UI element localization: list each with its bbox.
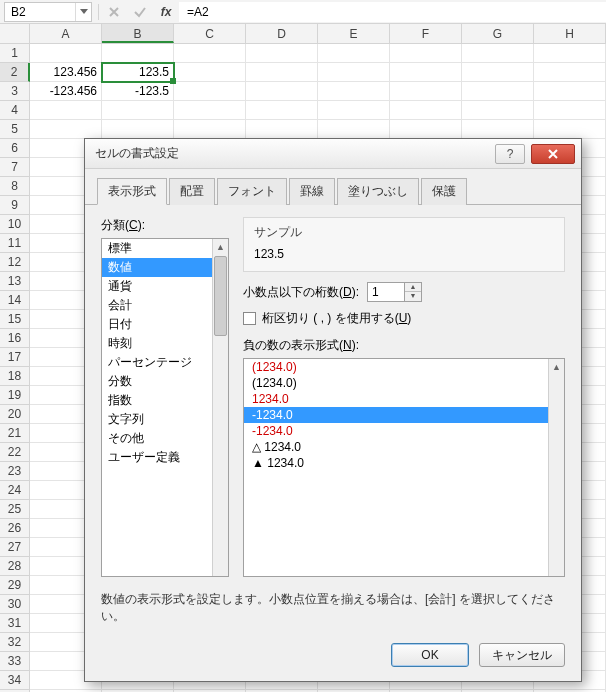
category-item[interactable]: 分数 <box>102 372 228 391</box>
fx-icon[interactable]: fx <box>153 2 179 22</box>
category-item[interactable]: 指数 <box>102 391 228 410</box>
cell[interactable] <box>174 120 246 139</box>
row-header[interactable]: 14 <box>0 291 30 310</box>
category-item[interactable]: 会計 <box>102 296 228 315</box>
category-item[interactable]: その他 <box>102 429 228 448</box>
cell[interactable] <box>462 44 534 63</box>
row-header[interactable]: 18 <box>0 367 30 386</box>
row-header[interactable]: 28 <box>0 557 30 576</box>
row-header[interactable]: 29 <box>0 576 30 595</box>
close-button[interactable] <box>531 144 575 164</box>
scroll-thumb[interactable] <box>214 256 227 336</box>
category-item[interactable]: 日付 <box>102 315 228 334</box>
cell[interactable] <box>102 101 174 120</box>
cell[interactable] <box>30 101 102 120</box>
dialog-titlebar[interactable]: セルの書式設定 ? <box>85 139 581 169</box>
cell[interactable] <box>246 44 318 63</box>
negative-format-item[interactable]: -1234.0 <box>244 423 564 439</box>
column-header[interactable]: G <box>462 24 534 43</box>
cell[interactable] <box>246 120 318 139</box>
category-item[interactable]: ユーザー定義 <box>102 448 228 467</box>
cell[interactable] <box>390 101 462 120</box>
cell[interactable] <box>462 63 534 82</box>
enter-icon[interactable] <box>127 2 153 22</box>
row-header[interactable]: 31 <box>0 614 30 633</box>
negative-format-item[interactable]: (1234.0) <box>244 359 564 375</box>
cell[interactable] <box>534 101 606 120</box>
row-header[interactable]: 3 <box>0 82 30 101</box>
row-header[interactable]: 15 <box>0 310 30 329</box>
cell[interactable] <box>102 120 174 139</box>
row-header[interactable]: 9 <box>0 196 30 215</box>
category-item[interactable]: 通貨 <box>102 277 228 296</box>
cancel-button[interactable]: キャンセル <box>479 643 565 667</box>
row-header[interactable]: 22 <box>0 443 30 462</box>
negative-format-item[interactable]: -1234.0 <box>244 407 564 423</box>
cell[interactable] <box>174 63 246 82</box>
name-box-dropdown[interactable] <box>75 3 91 21</box>
cell[interactable]: 123.5 <box>102 63 174 82</box>
column-header[interactable]: E <box>318 24 390 43</box>
column-header[interactable]: A <box>30 24 102 43</box>
cancel-icon[interactable] <box>101 2 127 22</box>
cell[interactable] <box>462 101 534 120</box>
row-header[interactable]: 5 <box>0 120 30 139</box>
row-header[interactable]: 33 <box>0 652 30 671</box>
negative-format-item[interactable]: 1234.0 <box>244 391 564 407</box>
category-item[interactable]: 数値 <box>102 258 228 277</box>
spin-up-icon[interactable]: ▲ <box>405 283 421 292</box>
row-header[interactable]: 16 <box>0 329 30 348</box>
row-header[interactable]: 2 <box>0 63 30 82</box>
cell[interactable] <box>534 82 606 101</box>
cell[interactable] <box>390 63 462 82</box>
help-button[interactable]: ? <box>495 144 525 164</box>
column-header[interactable]: D <box>246 24 318 43</box>
cell[interactable] <box>30 120 102 139</box>
row-header[interactable]: 34 <box>0 671 30 690</box>
formula-input[interactable] <box>179 2 606 22</box>
dialog-tab[interactable]: 保護 <box>421 178 467 205</box>
cell[interactable] <box>246 63 318 82</box>
cell[interactable]: 123.456 <box>30 63 102 82</box>
thousands-checkbox[interactable] <box>243 312 256 325</box>
dialog-tab[interactable]: 表示形式 <box>97 178 167 205</box>
row-header[interactable]: 1 <box>0 44 30 63</box>
row-header[interactable]: 21 <box>0 424 30 443</box>
row-header[interactable]: 24 <box>0 481 30 500</box>
name-box[interactable]: B2 <box>5 3 75 21</box>
cell[interactable] <box>534 63 606 82</box>
scrollbar[interactable]: ▲ <box>212 239 228 576</box>
row-header[interactable]: 25 <box>0 500 30 519</box>
cell[interactable] <box>318 120 390 139</box>
cell[interactable] <box>246 82 318 101</box>
category-item[interactable]: パーセンテージ <box>102 353 228 372</box>
row-header[interactable]: 19 <box>0 386 30 405</box>
ok-button[interactable]: OK <box>391 643 469 667</box>
cell[interactable] <box>462 82 534 101</box>
negative-list[interactable]: (1234.0)(1234.0)1234.0-1234.0-1234.0△ 12… <box>243 358 565 577</box>
dialog-tab[interactable]: フォント <box>217 178 287 205</box>
cell[interactable] <box>246 101 318 120</box>
cell[interactable] <box>30 44 102 63</box>
cell[interactable] <box>102 44 174 63</box>
scroll-up-icon[interactable]: ▲ <box>549 359 564 375</box>
row-header[interactable]: 23 <box>0 462 30 481</box>
negative-format-item[interactable]: ▲ 1234.0 <box>244 455 564 471</box>
decimals-input[interactable] <box>368 283 404 301</box>
row-header[interactable]: 6 <box>0 139 30 158</box>
cell[interactable]: -123.456 <box>30 82 102 101</box>
cell[interactable] <box>174 101 246 120</box>
spin-down-icon[interactable]: ▼ <box>405 292 421 301</box>
dialog-tab[interactable]: 罫線 <box>289 178 335 205</box>
column-header[interactable]: B <box>102 24 174 43</box>
category-list[interactable]: 標準数値通貨会計日付時刻パーセンテージ分数指数文字列その他ユーザー定義 ▲ <box>101 238 229 577</box>
row-header[interactable]: 12 <box>0 253 30 272</box>
category-item[interactable]: 時刻 <box>102 334 228 353</box>
column-header[interactable]: H <box>534 24 606 43</box>
row-header[interactable]: 7 <box>0 158 30 177</box>
scroll-up-icon[interactable]: ▲ <box>213 239 228 255</box>
dialog-tab[interactable]: 塗りつぶし <box>337 178 419 205</box>
category-item[interactable]: 標準 <box>102 239 228 258</box>
column-header[interactable]: C <box>174 24 246 43</box>
row-header[interactable]: 11 <box>0 234 30 253</box>
